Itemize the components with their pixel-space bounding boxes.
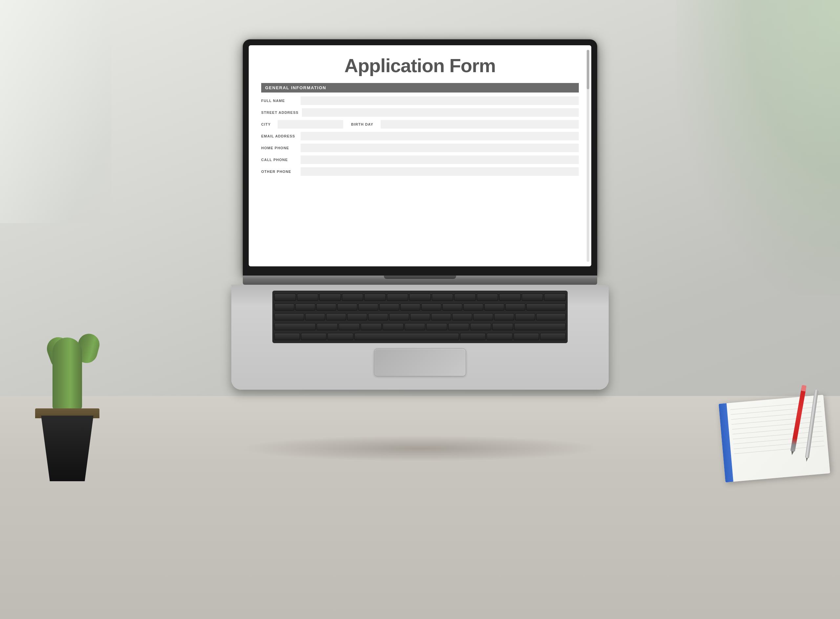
key[interactable]: [274, 304, 294, 311]
key[interactable]: [347, 313, 367, 320]
key[interactable]: [410, 313, 430, 320]
key[interactable]: [442, 304, 462, 311]
key[interactable]: [274, 333, 300, 340]
key[interactable]: [387, 294, 409, 301]
key[interactable]: [305, 313, 325, 320]
form-field-street-address: STREET ADDRESS: [261, 108, 579, 117]
key[interactable]: [274, 294, 296, 301]
cactus-plant: [20, 330, 115, 481]
key[interactable]: [526, 304, 566, 311]
notebook-container: [715, 393, 827, 478]
key[interactable]: [426, 323, 447, 330]
key[interactable]: [389, 313, 409, 320]
key[interactable]: [494, 313, 514, 320]
laptop-screen-bezel: Application Form GENERAL INFORMATION FUL…: [243, 39, 597, 275]
pot: [36, 416, 99, 481]
label-birthday: BIRTH DAY: [351, 123, 377, 126]
key[interactable]: [452, 313, 472, 320]
key[interactable]: [470, 323, 491, 330]
label-email: EMAIL ADDRESS: [261, 134, 297, 138]
keyboard-row-3: [274, 312, 566, 321]
label-city: CITY: [261, 123, 274, 126]
notebook-line: [734, 446, 825, 454]
input-birthday[interactable]: [380, 120, 579, 129]
trackpad[interactable]: [374, 348, 466, 376]
key[interactable]: [536, 313, 566, 320]
form-field-call-phone: CALL PHONE: [261, 155, 579, 164]
key[interactable]: [477, 294, 499, 301]
key[interactable]: [522, 294, 544, 301]
label-street-address: STREET ADDRESS: [261, 111, 299, 115]
key[interactable]: [337, 304, 357, 311]
key[interactable]: [421, 304, 441, 311]
laptop: Application Form GENERAL INFORMATION FUL…: [243, 39, 597, 390]
key[interactable]: [368, 313, 388, 320]
key[interactable]: [338, 323, 359, 330]
key[interactable]: [400, 304, 420, 311]
desk-surface: [0, 396, 840, 619]
label-full-name: FULL NAME: [261, 99, 297, 103]
key[interactable]: [301, 333, 326, 340]
background-scene: Application Form GENERAL INFORMATION FUL…: [0, 0, 840, 619]
key[interactable]: [460, 333, 486, 340]
form-field-full-name: FULL NAME: [261, 96, 579, 105]
key[interactable]: [492, 323, 513, 330]
key[interactable]: [404, 323, 425, 330]
input-call-phone[interactable]: [301, 155, 579, 164]
window-light-left: [0, 0, 112, 223]
laptop-keyboard-section: [231, 285, 609, 390]
label-call-phone: CALL PHONE: [261, 158, 297, 162]
form-field-home-phone: HOME PHONE: [261, 144, 579, 152]
key[interactable]: [274, 313, 304, 320]
key[interactable]: [448, 323, 469, 330]
notebook-line: [732, 421, 822, 429]
key[interactable]: [328, 333, 353, 340]
input-full-name[interactable]: [301, 96, 579, 105]
key[interactable]: [540, 333, 566, 340]
notebook-line: [732, 416, 822, 425]
input-street-address[interactable]: [302, 108, 579, 117]
key[interactable]: [432, 294, 454, 301]
key[interactable]: [463, 304, 483, 311]
key[interactable]: [274, 323, 316, 330]
key[interactable]: [544, 294, 566, 301]
key[interactable]: [431, 313, 451, 320]
key[interactable]: [297, 294, 319, 301]
input-home-phone[interactable]: [301, 144, 579, 152]
key[interactable]: [361, 323, 382, 330]
key[interactable]: [295, 304, 315, 311]
spacebar-key[interactable]: [354, 333, 460, 340]
key[interactable]: [409, 294, 431, 301]
desk-shadow: [240, 435, 600, 462]
key[interactable]: [342, 294, 364, 301]
key[interactable]: [499, 294, 521, 301]
laptop-base: [243, 275, 597, 285]
key[interactable]: [317, 323, 338, 330]
keyboard-row-2: [274, 302, 566, 311]
key[interactable]: [514, 323, 566, 330]
form-row-city-birthday: CITY BIRTH DAY: [261, 120, 579, 129]
key[interactable]: [383, 323, 404, 330]
key[interactable]: [319, 294, 341, 301]
key[interactable]: [454, 294, 476, 301]
key[interactable]: [514, 333, 539, 340]
laptop-screen: Application Form GENERAL INFORMATION FUL…: [249, 45, 591, 266]
key[interactable]: [326, 313, 346, 320]
input-email[interactable]: [301, 132, 579, 141]
key[interactable]: [515, 313, 535, 320]
key[interactable]: [487, 333, 512, 340]
key[interactable]: [505, 304, 526, 311]
key[interactable]: [364, 294, 386, 301]
input-other-phone[interactable]: [301, 167, 579, 176]
notebook-line: [731, 411, 821, 420]
key[interactable]: [316, 304, 336, 311]
notebook-line: [731, 407, 821, 415]
notebook-line: [731, 402, 821, 410]
key[interactable]: [473, 313, 493, 320]
key[interactable]: [484, 304, 504, 311]
keyboard-row-1: [274, 293, 566, 302]
form-title: Application Form: [261, 54, 579, 76]
input-city[interactable]: [278, 120, 343, 129]
key[interactable]: [379, 304, 399, 311]
key[interactable]: [358, 304, 378, 311]
